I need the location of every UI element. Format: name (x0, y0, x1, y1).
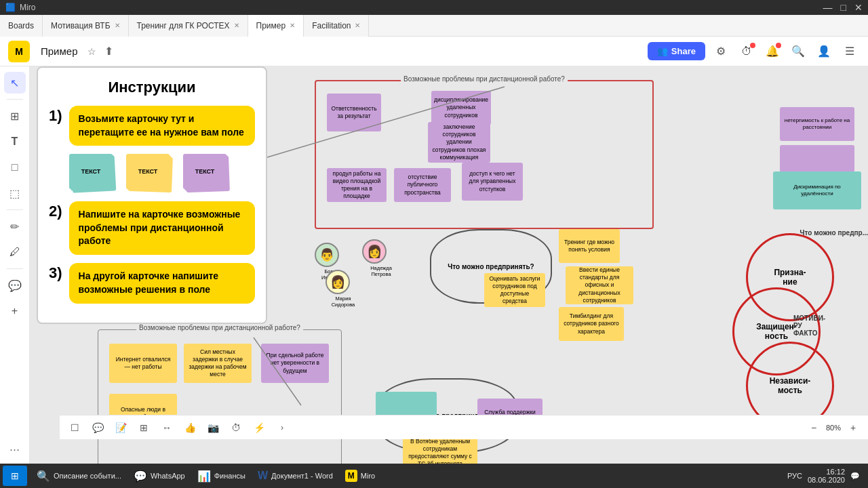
venn-center-label: МОТИВИ-РУФАКТО (793, 314, 848, 337)
tool-draw[interactable]: ✏ (4, 216, 26, 237)
sticky-top-2[interactable]: дисциплинирование удаленных сотрудников (431, 91, 491, 125)
tool-video-btn[interactable]: 📷 (203, 418, 222, 437)
draw-icon: ✏ (10, 220, 19, 233)
timer-tool-icon: ⏱ (231, 422, 241, 433)
sticky-stack-purple[interactable]: ТЕКСТ (183, 154, 235, 195)
app-title: Miro (20, 3, 35, 12)
favorite-button[interactable]: ☆ (87, 46, 96, 57)
bell-badge (776, 43, 781, 48)
taskbar-search-icon: 🔍 (37, 470, 50, 483)
share-button[interactable]: 👥 Share (648, 42, 705, 60)
sticky-top-5[interactable]: отсутствие публичного пространства (394, 168, 451, 202)
sticky-top-1[interactable]: Ответственность за результат (327, 94, 381, 131)
sticky-top-3[interactable]: заключение сотрудников удалении сотрудни… (428, 122, 490, 163)
notification-button[interactable]: 🔔 (762, 41, 783, 62)
taskbar-finances[interactable]: 📊 Финансы (192, 466, 251, 486)
notification-center-icon[interactable]: 💬 (850, 472, 860, 481)
instruction-number-1: 1) (49, 106, 62, 123)
menu-button[interactable]: ☰ (840, 41, 860, 62)
note-icon: 📝 (115, 422, 127, 433)
arrow-icon: ↔ (162, 422, 172, 433)
tool-pen[interactable]: 🖊 (4, 241, 26, 263)
close-motivacia[interactable]: ✕ (115, 22, 120, 29)
taskbar-miro[interactable]: M Miro (340, 466, 380, 486)
minimize-btn[interactable]: — (823, 2, 833, 13)
cursor-icon: ↖ (10, 77, 19, 89)
taskbar-language: РУС (787, 472, 802, 480)
timer-button[interactable]: ⏱ (736, 41, 757, 62)
sticky-top-6[interactable]: доступ к чего нет для управленных отступ… (462, 163, 523, 201)
sticky-right-2[interactable] (780, 145, 854, 172)
sticky-stack-yellow[interactable]: ТЕКСТ (126, 154, 178, 195)
tool-timer-btn[interactable]: ⏱ (226, 418, 245, 437)
taskbar-search-label: Описание событи... (54, 472, 121, 480)
canvas[interactable]: Инструкции 1) Возьмите карточку тут и пе… (30, 66, 868, 464)
instructions-panel: Инструкции 1) Возьмите карточку тут и пе… (37, 66, 267, 324)
problem-area-top: Возможные проблемы при дистанционной раб… (315, 80, 654, 229)
frame-icon: ⬚ (9, 187, 20, 200)
sticky-mid-3[interactable]: При сдельной работе нет уверенности в бу… (261, 344, 329, 383)
taskbar-whatsapp[interactable]: 💬 WhatsApp (128, 466, 191, 486)
tab-primer[interactable]: Пример ✕ (248, 15, 304, 37)
tool-cursor[interactable]: ↖ (4, 72, 26, 94)
tool-frame[interactable]: ⬚ (4, 182, 26, 204)
sticky-mid-1[interactable]: Интернет отвалился — нет работы (109, 344, 177, 383)
sticky-right-1[interactable]: нетерпимость к работе на расстоянии (780, 107, 854, 141)
sidebar-separator-1 (7, 99, 23, 100)
tab-facilitation[interactable]: Facilitation ✕ (304, 15, 369, 37)
sticky-cloud-2[interactable]: Ввести единые стандарты для офисных и ди… (566, 266, 633, 304)
instruction-number-2: 2) (49, 201, 62, 219)
avatar-1-img: 👨 (315, 243, 339, 267)
sticky-cloud-1[interactable]: Тренинг где можно понять условия (559, 229, 620, 263)
close-btn[interactable]: ✕ (854, 2, 863, 13)
notification-badge (750, 43, 755, 48)
sticky-samples: ТЕКСТ ТЕКСТ ТЕКСТ (49, 154, 255, 195)
tool-expand-btn[interactable]: › (273, 418, 292, 437)
left-sidebar: ↖ ⊞ T □ ⬚ ✏ 🖊 💬 + … (0, 66, 30, 464)
start-button[interactable]: ⊞ (3, 466, 27, 486)
tool-sticky-btn[interactable]: 💬 (88, 418, 107, 437)
toolbar: M Пример ☆ ⬆ 👥 Share ⚙ ⏱ 🔔 🔍 👤 ☰ (0, 37, 868, 66)
collaborators-button[interactable]: 👤 (814, 41, 834, 62)
text-icon: T (12, 136, 18, 148)
zoom-out-btn[interactable]: − (804, 418, 823, 437)
tool-shapes[interactable]: □ (4, 157, 26, 178)
sticky-right-teal[interactable]: Дискриминация по удалённости (773, 171, 861, 209)
miro-logo: M (8, 41, 30, 62)
avatar-area-3: 👩 Мария Сидорова (326, 270, 361, 308)
taskbar-word-label: Документ1 - Word (271, 472, 333, 480)
tool-frame-btn[interactable]: ☐ (65, 418, 84, 437)
maximize-btn[interactable]: □ (841, 2, 846, 13)
instruction-3: 3) На другой карточке напишите возможные… (49, 263, 255, 304)
zoom-in-btn[interactable]: + (844, 418, 863, 437)
tool-comment[interactable]: 💬 (4, 274, 26, 296)
upload-button[interactable]: ⬆ (104, 45, 113, 58)
tool-integration[interactable]: + (4, 300, 26, 322)
tool-arrow-btn[interactable]: ↔ (157, 418, 176, 437)
tool-lightning-btn[interactable]: ⚡ (250, 418, 269, 437)
taskbar-word[interactable]: W Документ1 - Word (252, 466, 338, 486)
tool-grid[interactable]: ⊞ (4, 105, 26, 127)
close-trening[interactable]: ✕ (234, 22, 239, 29)
sticky-cloud-3[interactable]: Оценивать заслуги сотрудников под доступ… (484, 273, 545, 307)
tool-text[interactable]: T (4, 131, 26, 152)
tab-trening[interactable]: Тренинг для ГК РОСТЕХ ✕ (129, 15, 248, 37)
sticky-mid-2[interactable]: Сил местных задержки в случае задержки н… (184, 344, 252, 383)
taskbar-finances-icon: 📊 (197, 470, 211, 483)
sticky-stack-teal[interactable]: ТЕКСТ (69, 154, 121, 195)
tool-more[interactable]: … (4, 436, 26, 458)
taskbar-search[interactable]: 🔍 Описание событи... (31, 466, 127, 486)
sticky-cloud-4[interactable]: Тимбилдинг для сотрудников разного харак… (559, 307, 624, 341)
tool-reaction-btn[interactable]: 👍 (180, 418, 199, 437)
close-primer[interactable]: ✕ (290, 22, 295, 29)
window-controls[interactable]: — □ ✕ (823, 2, 863, 13)
settings-button[interactable]: ⚙ (711, 41, 731, 62)
tool-note-btn[interactable]: 📝 (111, 418, 130, 437)
sticky-top-4[interactable]: продул работы на видео площадкой трения … (327, 168, 387, 202)
close-facilitation[interactable]: ✕ (355, 22, 360, 29)
sticky-teal-front: ТЕКСТ (69, 154, 113, 189)
tab-boards[interactable]: Boards (0, 15, 43, 37)
tab-motivacia[interactable]: Мотивация ВТБ ✕ (43, 15, 128, 37)
tool-table-btn[interactable]: ⊞ (134, 418, 153, 437)
search-button[interactable]: 🔍 (788, 41, 808, 62)
